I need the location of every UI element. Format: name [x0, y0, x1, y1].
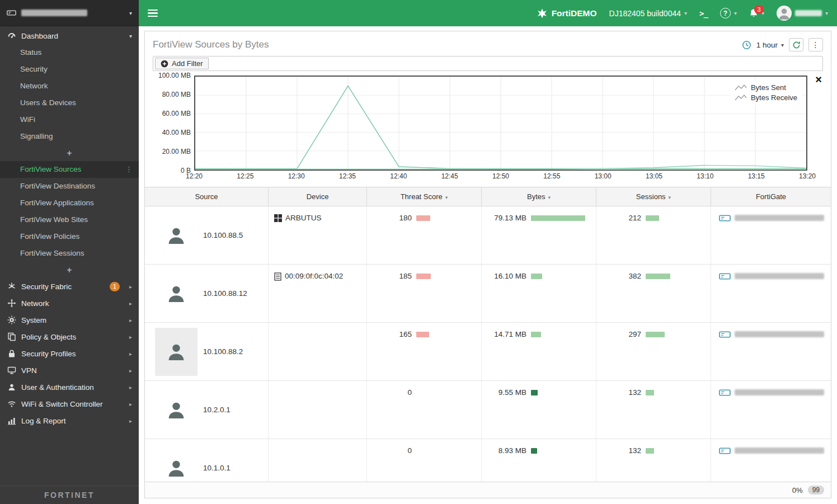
account-menu[interactable]: ▾: [777, 6, 828, 21]
sidebar-item-user-authentication[interactable]: User & Authentication▸: [0, 379, 139, 395]
add-fortiview-button[interactable]: +: [0, 262, 139, 278]
sidebar-item-policy-objects[interactable]: Policy & Objects▸: [0, 328, 139, 345]
chevron-down-icon: ▾: [129, 33, 132, 39]
sidebar-item-fortiview-policies[interactable]: FortiView Policies: [0, 228, 139, 245]
time-range-selector[interactable]: 1 hour ▾: [756, 41, 784, 49]
refresh-button[interactable]: [789, 38, 803, 51]
bytes-value: 14.71 MB: [491, 330, 526, 338]
hamburger-menu-icon[interactable]: [148, 7, 158, 18]
kebab-menu-icon[interactable]: ⋮: [125, 161, 133, 178]
threat-score-cell: 0: [367, 439, 482, 482]
device-cell: 00:09:0f:0c:04:02: [269, 265, 367, 322]
bytes-bar: [531, 448, 537, 454]
security-fabric-icon: [7, 282, 16, 291]
help-menu[interactable]: ? ▾: [720, 8, 737, 18]
device-cell: [269, 381, 367, 439]
sidebar-item-fortiview-sources[interactable]: FortiView Sources ⋮: [0, 161, 139, 178]
help-icon: ?: [720, 8, 731, 18]
sessions-bar: [646, 215, 659, 221]
table-row[interactable]: 10.100.88.216514.71 MB297: [145, 323, 831, 381]
x-tick-label: 13:20: [799, 172, 816, 180]
sidebar-item-label: Security Fabric: [21, 282, 72, 291]
notification-badge: 3: [754, 5, 764, 14]
device-name: ARBUTUS: [285, 214, 322, 222]
network-icon: [7, 299, 16, 308]
device-cell: [269, 323, 367, 380]
topbar: FortiDEMO DJ182405 build0044 ▾ >_ ? ▾ 3 …: [139, 0, 837, 26]
sidebar-item-fortiview-destinations[interactable]: FortiView Destinations: [0, 178, 139, 195]
sort-caret-icon[interactable]: ▾: [669, 194, 671, 200]
sidebar-nav: Dashboard ▾ StatusSecurityNetworkUsers &…: [0, 26, 139, 486]
table-row[interactable]: 10.100.88.1200:09:0f:0c:04:0218516.10 MB…: [145, 265, 831, 323]
chevron-right-icon: ▸: [129, 351, 132, 357]
sidebar-item-vpn[interactable]: VPN▸: [0, 362, 139, 379]
bytes-value: 16.10 MB: [491, 272, 526, 280]
sidebar-item-security-fabric[interactable]: Security Fabric1▸: [0, 278, 139, 295]
chart-plot-area[interactable]: Bytes SentBytes Receive: [194, 76, 807, 171]
sidebar-item-security[interactable]: Security: [0, 61, 139, 78]
bytes-bar: [531, 215, 585, 221]
table-row[interactable]: 10.100.88.5ARBUTUS18079.13 MB212: [145, 206, 831, 265]
security-profiles-icon: [7, 349, 16, 358]
user-icon: [155, 270, 198, 318]
x-tick-label: 12:30: [288, 172, 305, 180]
sidebar-item-wifi-switch-controller[interactable]: WiFi & Switch Controller▸: [0, 395, 139, 412]
sidebar-item-signalling[interactable]: Signalling: [0, 128, 139, 145]
filter-bar[interactable]: Add Filter: [153, 56, 823, 71]
sidebar-item-system[interactable]: System▸: [0, 312, 139, 328]
threat-score-value: 185: [376, 272, 412, 280]
more-options-button[interactable]: ⋮: [808, 38, 823, 51]
table-row[interactable]: 10.2.0.109.55 MB132: [145, 381, 831, 439]
sidebar-item-security-profiles[interactable]: Security Profiles▸: [0, 345, 139, 362]
build-selector[interactable]: DJ182405 build0044 ▾: [609, 9, 687, 18]
column-header-fortigate[interactable]: FortiGate: [711, 187, 831, 206]
device-selector[interactable]: ▾: [0, 0, 139, 26]
threat-score-bar: [416, 332, 429, 337]
source-ip: 10.1.0.1: [203, 464, 231, 472]
title-controls: 1 hour ▾ ⋮: [742, 38, 823, 51]
sessions-cell: 132: [596, 381, 711, 439]
sidebar-item-label: System: [21, 316, 46, 324]
sidebar-item-fortiview-sessions[interactable]: FortiView Sessions: [0, 245, 139, 262]
sources-table: SourceDeviceThreat Score▾Bytes▾Sessions▾…: [145, 187, 831, 482]
x-tick-label: 12:50: [492, 172, 509, 180]
sidebar-item-fortiview-web-sites[interactable]: FortiView Web Sites: [0, 211, 139, 228]
chart: 100.00 MB80.00 MB60.00 MB40.00 MB20.00 M…: [153, 76, 823, 181]
fortigate-cell: [711, 265, 831, 322]
legend-item[interactable]: Bytes Sent: [735, 82, 797, 92]
y-tick-label: 60.00 MB: [162, 110, 191, 117]
fortigate-icon: [719, 446, 731, 455]
sidebar-item-dashboard[interactable]: Dashboard ▾: [0, 27, 139, 44]
table-row[interactable]: 10.1.0.108.93 MB132: [145, 439, 831, 482]
sidebar-item-network[interactable]: Network: [0, 78, 139, 95]
chart-close-icon[interactable]: ×: [815, 74, 822, 84]
sidebar-item-status[interactable]: Status: [0, 44, 139, 61]
legend-item[interactable]: Bytes Receive: [735, 92, 797, 102]
fortigate-icon: [719, 330, 731, 339]
sidebar-item-users-devices[interactable]: Users & Devices: [0, 95, 139, 111]
sidebar-item-fortiview-applications[interactable]: FortiView Applications: [0, 195, 139, 211]
notifications-menu[interactable]: 3 ▾: [749, 8, 764, 18]
sidebar-item-log-report[interactable]: Log & Report▸: [0, 412, 139, 429]
add-dashboard-button[interactable]: +: [0, 145, 139, 161]
sort-caret-icon[interactable]: ▾: [548, 194, 551, 200]
column-header-bytes[interactable]: Bytes▾: [482, 187, 596, 206]
topbar-right: FortiDEMO DJ182405 build0044 ▾ >_ ? ▾ 3 …: [537, 6, 828, 21]
sort-caret-icon[interactable]: ▾: [445, 194, 448, 200]
column-header-device[interactable]: Device: [269, 187, 367, 206]
column-header-threat-score[interactable]: Threat Score▾: [367, 187, 482, 206]
add-filter-button[interactable]: Add Filter: [155, 58, 209, 69]
bytes-bar: [531, 332, 541, 337]
fortigate-appliance-icon: [7, 9, 16, 17]
cli-console-icon[interactable]: >_: [699, 9, 708, 18]
chart-y-axis: 100.00 MB80.00 MB60.00 MB40.00 MB20.00 M…: [153, 76, 194, 171]
threat-score-value: 165: [376, 330, 412, 338]
sessions-bar: [646, 448, 654, 454]
sessions-value: 212: [605, 214, 641, 222]
sidebar-item-wifi[interactable]: WiFi: [0, 111, 139, 128]
fortigate-name-redacted: [735, 448, 824, 454]
sidebar-item-network[interactable]: Network▸: [0, 295, 139, 312]
column-header-sessions[interactable]: Sessions▾: [596, 187, 711, 206]
sidebar: ▾ Dashboard ▾ StatusSecurityNetworkUsers…: [0, 0, 139, 504]
column-header-source[interactable]: Source: [145, 187, 269, 206]
